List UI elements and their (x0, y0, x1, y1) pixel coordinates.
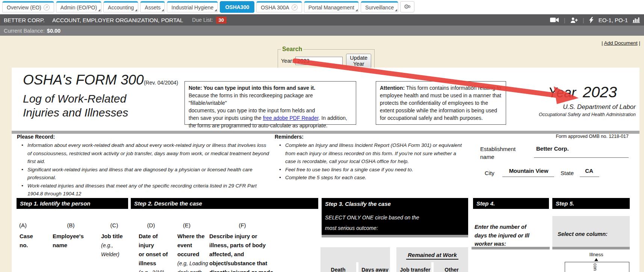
reminders-section: Reminders: Complete an Injury and Illnes… (275, 134, 464, 182)
tab-surveillance[interactable]: Surveillance (361, 1, 398, 12)
tab-accounting[interactable]: Accounting (103, 1, 138, 12)
column-letter-b: (B) (53, 222, 89, 228)
tab-osha300-active[interactable]: OSHA300 (220, 1, 254, 13)
column-d-label: Date ofinjury or onset ofillness (e.g., … (139, 232, 168, 272)
please-record-section: Please Record: Information about every w… (17, 134, 271, 198)
state-field[interactable]: CA (580, 168, 599, 174)
omb-approval: Form approved OMB no. 1218-017 (519, 134, 629, 139)
add-document-row: | Add Document | (602, 40, 640, 46)
column-e-label: Where theevent occured (e.g, Loading doc… (177, 232, 208, 272)
external-link-icon: ↗ (292, 5, 298, 11)
gears-icon[interactable]: ⚙⚙ (400, 1, 414, 12)
attention-box: Attention: This form contains informatio… (376, 81, 506, 125)
due-list-badge[interactable]: 30 (216, 17, 227, 24)
outcome-other: Other (444, 267, 458, 272)
balance-label: Current Balance: (4, 28, 45, 34)
account-context: ACCOUNT, EMPLOYER ORGANIZATION, PORTAL (52, 17, 183, 23)
tab-label: Admin (EO/PO) (60, 5, 97, 11)
step3-header: Step 3. Classify the case SELECT ONLY ON… (322, 198, 468, 235)
tab-label: Overview (EO) (7, 5, 41, 11)
divider-bar (12, 131, 639, 134)
establishment-underline (534, 157, 629, 158)
step4-shadow-bar (472, 247, 550, 249)
org-codes: EO-1, PO-1 (599, 17, 628, 23)
step5-shadow-bar (552, 247, 630, 249)
dropdown-caret-icon (355, 9, 358, 11)
establishment-label: Establishment name (480, 145, 516, 161)
dropdown-caret-icon (135, 9, 137, 11)
account-bar-actions: | | EO-1, PO-1 (550, 17, 640, 23)
osha-form-300: OSHA's FORM 300(Rev. 04/2004) Log of Wor… (12, 68, 639, 272)
column-divider (431, 262, 434, 272)
please-record-bullet: Information about every work-related dea… (17, 141, 271, 166)
step3-instruction: SELECT ONLY ONE circle based on the most… (325, 212, 468, 233)
note-title: Note: You can type input into this form … (189, 84, 352, 92)
tab-osha300a[interactable]: OSHA 300A ↗ (256, 1, 302, 12)
external-link-icon: ↗ (44, 5, 50, 11)
column-letter-c: (C) (101, 222, 127, 228)
year-label: Year: (281, 58, 293, 64)
form-year: Year2023 (529, 83, 636, 101)
form-rev: (Rev. 04/2004) (144, 80, 178, 86)
pdf-reader-link[interactable]: free adobe PDF Reader (263, 115, 319, 121)
tab-label: Portal Management (308, 5, 354, 11)
lightning-icon[interactable] (589, 17, 594, 23)
illness-label: Illness (581, 252, 611, 257)
year-input[interactable] (295, 57, 343, 65)
account-bar: BETTER CORP. ACCOUNT, EMPLOYER ORGANIZAT… (0, 14, 644, 26)
note-box: Note: You can type input into this form … (184, 81, 356, 125)
page: Overview (EO) ↗ Admin (EO/PO) Accounting… (0, 0, 644, 272)
column-c-label: Job title (e.g., Welder) (101, 232, 123, 259)
reminders-bullet: Complete the 5 steps for each case. (275, 174, 464, 182)
dropdown-caret-icon (162, 9, 164, 11)
column-a-label: Caseno. (20, 232, 33, 250)
reminders-bullet: Feel free to use two lines for a single … (275, 166, 464, 174)
step1-header: Step 1. Identify the person (17, 198, 128, 209)
column-letter-e: (E) (173, 222, 200, 228)
bar-chart-icon[interactable] (633, 17, 640, 23)
column-b-label: Employee'sname (53, 232, 84, 250)
column-f-label: Describe injury orillness, parts of body… (209, 232, 273, 272)
pipe: | (638, 40, 640, 46)
please-record-heading: Please Record: (17, 134, 271, 140)
tab-overview-eo[interactable]: Overview (EO) ↗ (2, 1, 54, 12)
please-record-bullet: Significant work-related injuries and il… (17, 166, 271, 182)
search-legend: Search (281, 46, 303, 53)
tab-label: Industrial Hygiene (171, 5, 213, 11)
add-document-link[interactable]: Add Document (604, 40, 637, 46)
step5-header: Step 5. (552, 198, 630, 209)
column-letter-d: (D) (136, 222, 166, 228)
illness-rotated-header: con (593, 263, 598, 270)
tab-assets[interactable]: Assets (140, 1, 165, 12)
arrow-up-icon (594, 258, 598, 261)
step4-header: Step 4. (473, 198, 549, 209)
dropdown-caret-icon (215, 9, 217, 11)
person-add-icon[interactable] (570, 17, 578, 23)
tab-label: Surveillance (365, 5, 394, 11)
step5-select-box: Select one column: (552, 216, 630, 247)
city-field[interactable]: Mountain View (504, 168, 553, 174)
column-letter-f: (F) (210, 222, 275, 228)
tab-admin-eo-po[interactable]: Admin (EO/PO) (56, 1, 101, 12)
remained-at-work-label: Remained at Work (396, 252, 468, 260)
divider: | (564, 17, 565, 23)
step2-header: Step 2. Describe the case (131, 198, 318, 209)
city-underline (502, 177, 554, 177)
dropdown-caret-icon (98, 9, 100, 11)
reminders-heading: Reminders: (275, 134, 464, 140)
due-list-label: Due List: (192, 17, 213, 23)
establishment-name-field[interactable]: Better Corp. (536, 145, 569, 152)
balance-bar: Current Balance: $0.00 (0, 26, 644, 36)
reminders-bullet: Complete an Injury and Illness Incident … (275, 141, 464, 166)
column-divider (356, 262, 358, 272)
tab-industrial-hygiene[interactable]: Industrial Hygiene (167, 1, 218, 12)
form-title: OSHA's FORM 300(Rev. 04/2004) (23, 72, 178, 88)
column-letter-a: (A) (12, 222, 34, 228)
form-year-value: 2023 (583, 83, 617, 101)
video-camera-icon[interactable] (550, 17, 559, 23)
form-subtitle: Log of Work-Related Injuries and Illness… (23, 92, 128, 119)
update-year-button[interactable]: Update Year (346, 54, 371, 68)
tab-portal-management[interactable]: Portal Management (304, 1, 359, 12)
dol-block: Year2023 U.S. Department of Labor Occupa… (529, 83, 636, 117)
tab-label: Assets (145, 5, 160, 11)
